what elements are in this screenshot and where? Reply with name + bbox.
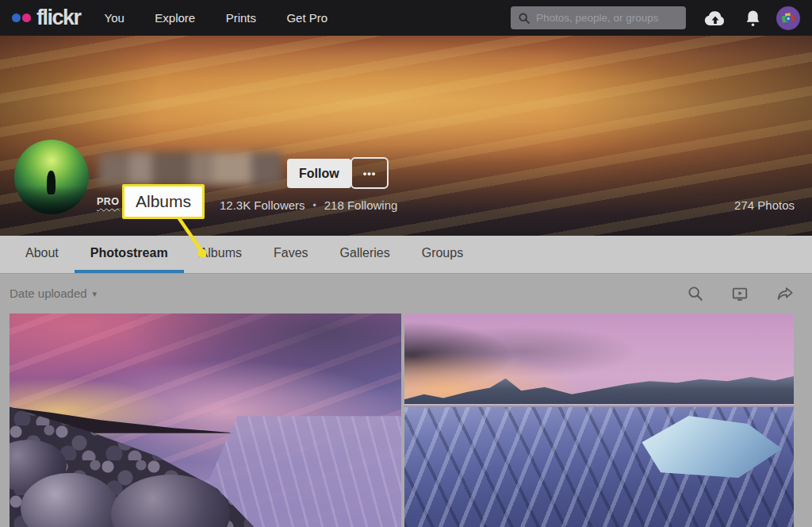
search-box[interactable] xyxy=(511,6,686,29)
profile-tabs: About Photostream Albums Faves Galleries… xyxy=(0,236,812,274)
pro-badge: PRO xyxy=(97,196,120,207)
upload-button[interactable] xyxy=(703,9,728,28)
search-icon xyxy=(518,12,530,25)
search-icon xyxy=(687,285,704,302)
tab-albums[interactable]: Albums xyxy=(184,236,258,273)
tab-galleries[interactable]: Galleries xyxy=(324,236,406,273)
tab-groups[interactable]: Groups xyxy=(406,236,479,273)
username-blurred xyxy=(99,152,282,185)
stats-separator: • xyxy=(313,200,316,211)
slideshow-icon xyxy=(730,285,749,302)
blur-block xyxy=(129,152,152,185)
following-count: 218 Following xyxy=(324,198,398,212)
profile-stats: 12.3K Followers • 218 Following xyxy=(220,198,397,212)
caret-down-icon: ▾ xyxy=(93,288,98,298)
slideshow-button[interactable] xyxy=(730,285,749,302)
photos-count: 274 Photos xyxy=(734,198,795,212)
nav-item-you[interactable]: You xyxy=(105,11,124,25)
blur-block xyxy=(251,152,282,185)
flickr-logo-text: flickr xyxy=(36,7,81,29)
blur-block xyxy=(213,152,251,185)
flickr-profile-page: flickr You Explore Prints Get Pro xyxy=(0,0,812,527)
nav-item-explore[interactable]: Explore xyxy=(155,11,195,25)
more-options-button[interactable]: ••• xyxy=(350,157,389,189)
nav-item-prints[interactable]: Prints xyxy=(226,11,256,25)
blur-block xyxy=(152,152,190,185)
primary-nav: You Explore Prints Get Pro xyxy=(105,11,355,25)
profile-avatar[interactable] xyxy=(14,140,89,214)
flickr-dot-pink-icon xyxy=(22,13,31,22)
ice-chunk xyxy=(626,414,782,480)
flickr-dot-blue-icon xyxy=(12,13,21,22)
followers-count: 12.3K Followers xyxy=(220,198,305,212)
sort-label: Date uploaded xyxy=(10,287,87,300)
tab-about[interactable]: About xyxy=(10,236,75,273)
camera-avatar-icon xyxy=(779,10,797,27)
blur-block xyxy=(99,152,129,185)
nav-item-get-pro[interactable]: Get Pro xyxy=(286,11,327,25)
follow-button[interactable]: Follow xyxy=(287,159,351,188)
tab-photostream[interactable]: Photostream xyxy=(75,236,184,273)
blur-block xyxy=(190,152,213,185)
sort-dropdown[interactable]: Date uploaded ▾ xyxy=(10,287,97,300)
photo-frozen-lake[interactable] xyxy=(404,314,794,527)
upload-cloud-icon xyxy=(703,9,728,28)
search-input[interactable] xyxy=(536,12,679,24)
flickr-logo[interactable]: flickr xyxy=(12,7,81,29)
toolbar-actions xyxy=(687,285,795,302)
bell-icon xyxy=(745,9,761,28)
notifications-button[interactable] xyxy=(745,9,761,28)
tab-faves[interactable]: Faves xyxy=(258,236,324,273)
account-avatar[interactable] xyxy=(776,6,800,30)
top-nav: flickr You Explore Prints Get Pro xyxy=(0,0,812,36)
photostream-toolbar: Date uploaded ▾ xyxy=(0,275,812,312)
ice-field xyxy=(404,407,794,527)
albums-callout: Albums xyxy=(122,184,205,219)
toolbar-search-button[interactable] xyxy=(687,285,704,302)
share-button[interactable] xyxy=(776,285,795,302)
photo-pebble-beach[interactable] xyxy=(10,314,401,527)
share-arrow-icon xyxy=(776,285,795,302)
